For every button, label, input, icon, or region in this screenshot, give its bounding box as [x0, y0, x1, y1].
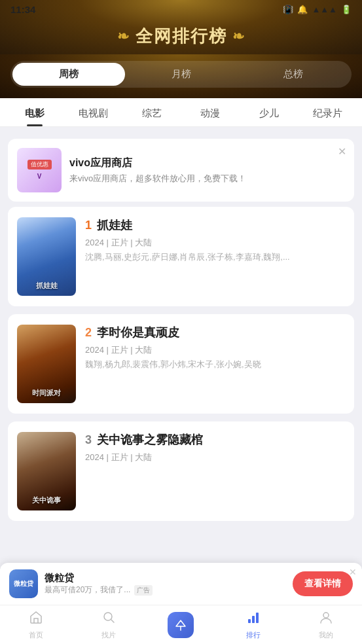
nav-label-home: 首页	[29, 630, 43, 640]
rank-tab-monthly[interactable]: 月榜	[125, 63, 238, 86]
nav-item-center[interactable]	[145, 605, 217, 644]
list-area: 值优惠 V vivo应用商店 来vivo应用商店，超多软件放心用，免费下载！ ✕…	[0, 127, 362, 528]
movie-info-3: 3 关中诡事之雾隐藏棺 2024 | 正片 | 大陆	[85, 432, 345, 466]
rank-tabs-inner: 周榜 月榜 总榜	[10, 61, 352, 88]
nav-item-ranking[interactable]: 排行	[217, 605, 290, 644]
ad-card: 值优惠 V vivo应用商店 来vivo应用商店，超多软件放心用，免费下载！ ✕	[8, 139, 354, 202]
rank-tab-weekly[interactable]: 周榜	[12, 63, 125, 86]
ad-desc: 来vivo应用商店，超多软件放心用，免费下载！	[69, 173, 345, 185]
movie-item-2[interactable]: 时间派对 2 李时你是真顽皮 2024 | 正片 | 大陆 魏翔,杨九郎,裴震伟…	[8, 314, 354, 414]
movie-rank-title-3: 3 关中诡事之雾隐藏棺	[85, 432, 345, 448]
movie-title-2: 李时你是真顽皮	[97, 325, 179, 340]
cat-tab-documentary[interactable]: 纪录片	[299, 98, 357, 126]
movie-cast-2: 魏翔,杨九郎,裴震伟,郭小炜,宋木子,张小婉,吴晓	[85, 359, 345, 370]
rank-number-3: 3	[85, 433, 92, 447]
movie-info-1: 1 抓娃娃 2024 | 正片 | 大陆 沈腾,马丽,史彭元,萨日娜,肖帛辰,张…	[85, 217, 345, 263]
rank-tabs-container: 周榜 月榜 总榜	[0, 54, 362, 98]
home-icon	[29, 610, 43, 628]
movie-rank-title-1: 1 抓娃娃	[85, 217, 345, 233]
bottom-ad-text: 微粒贷 最高可借20万，我借了... 广告	[45, 572, 286, 596]
cat-tab-anime[interactable]: 动漫	[181, 98, 240, 126]
nav-label-profile: 我的	[319, 630, 333, 640]
movie-item-3[interactable]: 关中诡事 3 关中诡事之雾隐藏棺 2024 | 正片 | 大陆	[8, 421, 354, 521]
ad-close-button[interactable]: ✕	[338, 145, 346, 158]
poster-bg-1: 抓娃娃	[17, 217, 76, 296]
category-tabs: 电影 电视剧 综艺 动漫 少儿 纪录片	[0, 98, 362, 127]
bottom-nav: 首页 找片 排行	[0, 605, 362, 644]
page-title: ❧ 全网排行榜 ❧	[0, 25, 362, 48]
movie-rank-title-2: 2 李时你是真顽皮	[85, 325, 345, 340]
bottom-ad-banner: 微粒贷 微粒贷 最高可借20万，我借了... 广告 查看详情 ✕	[0, 563, 362, 605]
title-deco-left: ❧	[117, 28, 130, 45]
poster-label-2: 时间派对	[32, 388, 61, 398]
nav-item-profile[interactable]: 我的	[289, 605, 362, 644]
cat-tab-kids[interactable]: 少儿	[240, 98, 299, 126]
nav-label-find: 找片	[101, 630, 116, 640]
poster-label-3: 关中诡事	[32, 495, 61, 505]
cat-tab-movie[interactable]: 电影	[5, 98, 64, 126]
status-time: 11:34	[10, 4, 35, 15]
movie-poster-2: 时间派对	[17, 325, 76, 403]
ad-badge: 值优惠	[27, 160, 52, 170]
movie-item-1[interactable]: 抓娃娃 1 抓娃娃 2024 | 正片 | 大陆 沈腾,马丽,史彭元,萨日娜,肖…	[8, 207, 354, 306]
signal-icon: ▲▲▲	[312, 5, 337, 14]
movie-meta-1: 2024 | 正片 | 大陆	[85, 237, 345, 249]
svg-point-5	[323, 613, 329, 618]
poster-label-1: 抓娃娃	[36, 281, 58, 291]
movie-cast-1: 沈腾,马丽,史彭元,萨日娜,肖帛辰,张子栋,李嘉琦,魏翔,...	[85, 251, 345, 263]
movie-title-3: 关中诡事之雾隐藏棺	[97, 432, 203, 448]
bottom-ad-tag: 广告	[134, 585, 153, 596]
poster-bg-2: 时间派对	[17, 325, 76, 403]
bottom-ad-title: 微粒贷	[45, 572, 286, 584]
page-title-text: 全网排行榜	[136, 25, 227, 48]
movie-info-2: 2 李时你是真顽皮 2024 | 正片 | 大陆 魏翔,杨九郎,裴震伟,郭小炜,…	[85, 325, 345, 370]
ad-title: vivo应用商店	[69, 156, 345, 170]
cat-tab-variety[interactable]: 综艺	[122, 98, 181, 126]
bottom-ad-logo-text: 微粒贷	[14, 580, 33, 588]
ad-text: vivo应用商店 来vivo应用商店，超多软件放心用，免费下载！	[69, 156, 345, 185]
svg-rect-2	[248, 619, 251, 623]
center-nav-icon	[168, 612, 194, 638]
bottom-ad-logo: 微粒贷	[9, 569, 38, 598]
status-bar: 11:34 📳 🔔 ▲▲▲ 🔋	[0, 0, 362, 19]
nav-label-ranking: 排行	[246, 630, 261, 640]
movie-meta-2: 2024 | 正片 | 大陆	[85, 344, 345, 356]
bottom-ad-cta-button[interactable]: 查看详情	[293, 571, 353, 596]
vibrate-icon: 📳	[283, 5, 293, 14]
movie-title-1: 抓娃娃	[97, 217, 132, 233]
rank-number-1: 1	[85, 219, 92, 232]
main-scroll-area: 11:34 📳 🔔 ▲▲▲ 🔋 ❧ 全网排行榜 ❧ 周榜 月榜 总榜 电影 电视…	[0, 0, 362, 605]
nav-item-home[interactable]: 首页	[0, 605, 73, 644]
find-icon	[101, 610, 116, 628]
bottom-ad-close-button[interactable]: ✕	[349, 567, 357, 577]
bottom-ad-desc: 最高可借20万，我借了... 广告	[45, 584, 286, 596]
svg-point-0	[104, 613, 112, 620]
rank-tab-total[interactable]: 总榜	[237, 63, 350, 86]
ranking-icon	[246, 610, 261, 628]
svg-rect-4	[256, 613, 259, 623]
bottom-ad-desc-text: 最高可借20万，我借了...	[45, 584, 130, 596]
svg-rect-3	[252, 616, 255, 623]
status-icons: 📳 🔔 ▲▲▲ 🔋	[283, 5, 352, 14]
ad-img-inner: 值优惠 V	[17, 148, 62, 192]
battery-icon: 🔋	[341, 5, 352, 14]
movie-meta-3: 2024 | 正片 | 大陆	[85, 452, 345, 463]
ad-logo: V	[37, 172, 42, 181]
ad-image: 值优惠 V	[17, 148, 62, 192]
poster-bg-3: 关中诡事	[17, 432, 76, 510]
cat-tab-tv[interactable]: 电视剧	[64, 98, 123, 126]
rank-number-2: 2	[85, 326, 92, 340]
movie-poster-3: 关中诡事	[17, 432, 76, 510]
nav-item-find[interactable]: 找片	[73, 605, 145, 644]
title-deco-right: ❧	[232, 28, 245, 45]
movie-poster-1: 抓娃娃	[17, 217, 76, 296]
volume-icon: 🔔	[297, 5, 308, 14]
profile-icon	[319, 610, 333, 628]
